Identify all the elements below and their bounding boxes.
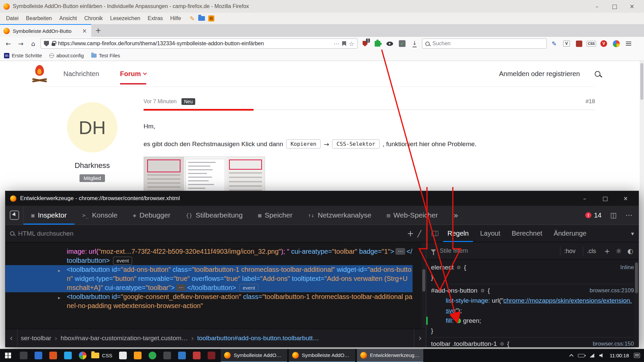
tab-regeln[interactable]: Regeln	[442, 225, 474, 242]
rules-scrollbar[interactable]	[634, 260, 639, 347]
tab-inspektor[interactable]: ▣Inspektor	[23, 206, 74, 225]
dark-scheme-icon[interactable]: ◐	[627, 247, 634, 255]
split-console-icon[interactable]: ◫	[610, 211, 617, 219]
breadcrumb-item-selected[interactable]: toolbarbutton#add-ons-button.toolbarbutt…	[194, 335, 322, 342]
sidebar-dropdown-icon[interactable]: ▾	[628, 225, 637, 242]
back-button[interactable]: ←	[3, 39, 13, 49]
scrollbar-thumb[interactable]	[640, 63, 643, 100]
breadcrumb-item[interactable]: ser-toolbar	[17, 335, 55, 342]
site-search-icon[interactable]	[595, 71, 600, 77]
tab-berechnet[interactable]: Berechnet	[506, 225, 548, 242]
markup-row[interactable]: image: url("moz-ext…7-73f2-4f22-b509-320…	[5, 247, 413, 265]
breadcrumb-item[interactable]: hbox#nav-bar-customization-target.custom…	[57, 335, 191, 342]
bookmark-star-icon[interactable]: ☆	[349, 40, 354, 47]
menu-chronik[interactable]: Chronik	[81, 14, 106, 23]
search-bar[interactable]	[422, 39, 547, 49]
css-declaration-fill[interactable]: fill: green;	[431, 316, 634, 326]
menu-extras[interactable]: Extras	[144, 14, 166, 23]
style-filter-input[interactable]	[440, 247, 556, 254]
home-button[interactable]: ⌂	[28, 39, 38, 49]
taskbar-window-devtools[interactable]: Entwicklerwerkzeuge ...	[357, 349, 423, 362]
orange-app-icon[interactable]	[208, 15, 214, 21]
breadcrumb-scroll-left[interactable]: ‹	[5, 329, 17, 347]
markup-search[interactable]: + ╱	[5, 225, 426, 242]
eyedropper-icon[interactable]: ╱	[418, 230, 421, 237]
light-scheme-icon[interactable]: ☼	[615, 247, 623, 255]
devtools-maximize-button[interactable]: □	[597, 195, 613, 202]
page-scrollbar[interactable]	[640, 61, 644, 349]
markup-scrollbar[interactable]	[422, 242, 426, 329]
menu-datei[interactable]: Datei	[3, 14, 22, 23]
color-swatch-green[interactable]	[456, 318, 461, 323]
taskbar-folder-css[interactable]: CSS	[90, 349, 116, 362]
post-number[interactable]: #18	[586, 98, 595, 105]
menu-lesezeichen[interactable]: Lesezeichen	[107, 14, 144, 23]
highlighter-extension-icon[interactable]: ✎	[549, 39, 559, 49]
https-lock-icon[interactable]	[52, 43, 55, 46]
addons-puzzle-icon[interactable]	[372, 39, 382, 49]
close-button[interactable]: ×	[623, 3, 641, 10]
markup-row[interactable]: ▸<toolbarbutton id="google-consent_defke…	[5, 292, 413, 310]
taskbar-app-icon[interactable]	[116, 349, 130, 362]
browser-tab-active[interactable]: Symbolleiste AddOn-Butto ×	[0, 24, 91, 37]
taskbar-app-icon[interactable]	[190, 349, 204, 362]
bookmark-test-files[interactable]: Test Files	[91, 53, 120, 58]
taskbar-app-icon[interactable]	[60, 349, 75, 362]
tab-netzwerkanalyse[interactable]: ↑↓Netzwerkanalyse	[300, 206, 379, 225]
gear-icon[interactable]: ⚙	[457, 262, 461, 273]
menu-hilfe[interactable]: Hilfe	[167, 14, 184, 23]
taskbar-window-1[interactable]: Symbolleiste AddOn-...	[221, 349, 287, 362]
login-link[interactable]: Anmelden oder registrieren	[499, 70, 580, 78]
bookmark-erste-schritte[interactable]: m Erste Schritte	[4, 53, 42, 58]
taskbar-app-icon[interactable]	[75, 349, 90, 362]
post-time[interactable]: Vor 7 Minuten	[144, 99, 177, 105]
tracking-protection-shield-icon[interactable]	[44, 41, 49, 47]
battery-icon[interactable]	[578, 354, 585, 357]
network-icon[interactable]	[590, 354, 594, 358]
add-rule-icon[interactable]: +	[603, 247, 611, 255]
markup-row-selected[interactable]: ▸<toolbarbutton id="add-ons-button" clas…	[5, 265, 413, 292]
author-name[interactable]: Dharkness	[41, 161, 144, 170]
pocket-icon[interactable]	[342, 41, 346, 46]
url-text[interactable]: https://www.camp-firefox.de/forum/thema/…	[58, 41, 331, 47]
avatar[interactable]: DH	[67, 102, 117, 153]
pencil-icon[interactable]: ✎	[190, 15, 195, 22]
nav-forum[interactable]: Forum	[120, 61, 146, 86]
error-counter[interactable]: ! 14	[585, 212, 601, 219]
bookmark-about-config[interactable]: about:config	[49, 53, 84, 58]
hamburger-menu-button[interactable]	[624, 39, 634, 49]
taskbar-app-icon[interactable]	[16, 349, 31, 362]
devtools-minimize-button[interactable]: –	[576, 195, 593, 202]
tray-expand-icon[interactable]	[569, 354, 574, 358]
check-extension-icon[interactable]: ✓	[397, 39, 407, 49]
tab-aenderungen[interactable]: Änderunge	[548, 225, 589, 242]
downloads-button[interactable]: ↓	[410, 39, 420, 49]
translator-extension-icon[interactable]: V	[561, 39, 572, 49]
nav-nachrichten[interactable]: Nachrichten	[63, 70, 99, 78]
taskbar-app-icon[interactable]	[175, 349, 190, 362]
html-search-input[interactable]	[18, 230, 403, 237]
minimize-button[interactable]: –	[588, 3, 606, 10]
taskbar-app-icon[interactable]	[46, 349, 60, 362]
gear-icon[interactable]: ⚙	[480, 286, 485, 296]
eye-extension-icon[interactable]	[385, 39, 395, 49]
action-center-icon[interactable]	[634, 353, 640, 358]
folder-icon[interactable]	[198, 16, 205, 21]
hover-pseudo-toggle[interactable]: :hov	[560, 247, 579, 255]
breadcrumb-scroll-right[interactable]: ›	[414, 329, 426, 347]
taskbar-window-2[interactable]: Symbolleiste AddOn-...	[289, 349, 355, 362]
maximize-button[interactable]: □	[606, 3, 623, 10]
tab-web-speicher[interactable]: ▤Web-Speicher	[379, 206, 445, 225]
gear-icon[interactable]: ⚙	[500, 339, 504, 347]
ublock-extension-icon[interactable]: 1	[360, 39, 370, 49]
volume-icon[interactable]	[599, 353, 605, 358]
tab-stilbearbeitung[interactable]: {}Stilbearbeitung	[178, 206, 250, 225]
scrollbar-thumb[interactable]	[422, 269, 425, 292]
url-bar[interactable]: https://www.camp-firefox.de/forum/thema/…	[41, 39, 358, 49]
tab-konsole[interactable]: >_Konsole	[74, 206, 125, 225]
forward-button[interactable]: →	[16, 39, 26, 49]
menu-bearbeiten[interactable]: Bearbeiten	[22, 14, 55, 23]
menu-ansicht[interactable]: Ansicht	[56, 14, 80, 23]
taskbar-app-icon[interactable]	[31, 349, 46, 362]
class-toggle[interactable]: .cls	[583, 247, 600, 255]
